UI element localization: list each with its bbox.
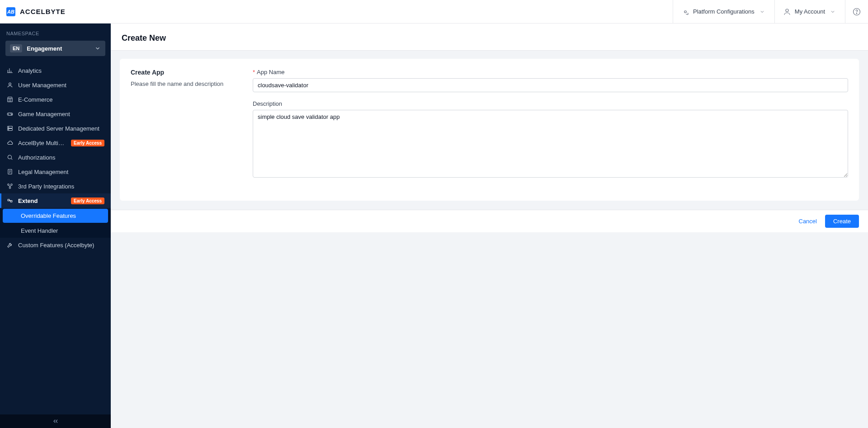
sidebar-item-label: E-Commerce <box>18 96 104 103</box>
sidebar-item-label: User Management <box>18 82 104 89</box>
page-title: Create New <box>111 24 868 51</box>
form-action-bar: Cancel Create <box>111 210 868 232</box>
header-actions: Platform Configurations My Account <box>673 0 868 23</box>
sidebar-item-extend[interactable]: ExtendEarly Access <box>0 193 111 208</box>
early-access-badge: Early Access <box>71 140 104 146</box>
namespace-chip: EN <box>10 44 22 52</box>
top-header: AB ACCELBYTE Platform Configurations My … <box>0 0 868 24</box>
sidebar-item-label: Extend <box>18 198 66 204</box>
svg-point-0 <box>684 10 687 13</box>
namespace-selector[interactable]: EN Engagement <box>5 41 105 56</box>
store-icon <box>6 96 14 103</box>
help-icon <box>853 8 861 16</box>
sidebar-subitem-label: Overridable Features <box>21 212 76 219</box>
app-name-input[interactable] <box>253 78 848 92</box>
section-title: Create App <box>131 69 235 76</box>
extend-icon <box>6 197 14 204</box>
svg-point-3 <box>856 13 857 14</box>
sidebar-subnav: Overridable FeaturesEvent Handler <box>0 209 111 238</box>
sidebar-item-label: 3rd Party Integrations <box>18 183 104 190</box>
svg-rect-5 <box>8 99 13 102</box>
required-star-icon: * <box>253 69 255 75</box>
sidebar-item-accelbyte-multiplaye[interactable]: AccelByte Multiplaye...Early Access <box>0 136 111 150</box>
sidebar-item-user-management[interactable]: User Management <box>0 78 111 92</box>
sidebar-item-e-commerce[interactable]: E-Commerce <box>0 92 111 107</box>
brand-name: ACCELBYTE <box>20 8 66 15</box>
game-icon <box>6 110 14 118</box>
sidebar-subitem-label: Event Handler <box>21 227 58 234</box>
svg-point-4 <box>9 83 11 85</box>
key-icon <box>6 154 14 161</box>
namespace-name: Engagement <box>27 45 90 52</box>
user-icon <box>6 81 14 89</box>
platform-config-menu[interactable]: Platform Configurations <box>673 0 774 23</box>
sidebar-item-legal-management[interactable]: Legal Management <box>0 165 111 179</box>
namespace-heading: NAMESPACE <box>0 24 111 41</box>
integrations-icon <box>6 183 14 190</box>
sidebar-item-label: Game Management <box>18 111 104 118</box>
sidebar-subitem-overridable-features[interactable]: Overridable Features <box>3 209 108 223</box>
app-name-label-text: App Name <box>257 69 284 75</box>
my-account-label: My Account <box>795 8 825 15</box>
sidebar-item-analytics[interactable]: Analytics <box>0 63 111 78</box>
svg-point-17 <box>9 187 11 189</box>
analytics-icon <box>6 67 14 74</box>
sidebar-collapse-toggle[interactable] <box>0 414 111 428</box>
sidebar-item-dedicated-server-management[interactable]: Dedicated Server Management <box>0 121 111 136</box>
svg-point-11 <box>9 127 9 127</box>
sidebar-item-label: AccelByte Multiplaye... <box>18 140 66 146</box>
gear-icon <box>681 8 689 16</box>
sidebar: NAMESPACE EN Engagement AnalyticsUser Ma… <box>0 24 111 428</box>
chevron-double-left-icon <box>52 418 59 425</box>
sidebar-subitem-event-handler[interactable]: Event Handler <box>0 224 111 238</box>
description-label: Description <box>253 100 848 107</box>
platform-config-label: Platform Configurations <box>693 8 755 15</box>
early-access-badge: Early Access <box>71 198 104 204</box>
help-button[interactable] <box>845 0 868 23</box>
sidebar-item-label: Analytics <box>18 67 104 74</box>
sidebar-nav: AnalyticsUser ManagementE-CommerceGame M… <box>0 61 111 414</box>
sidebar-item-label: Authorizations <box>18 154 104 161</box>
cancel-button[interactable]: Cancel <box>799 218 817 225</box>
sidebar-item-custom-features-accelbyte[interactable]: Custom Features (Accelbyte) <box>0 238 111 252</box>
sidebar-item-label: Legal Management <box>18 169 104 175</box>
section-help-text: Please fill the name and description <box>131 80 235 87</box>
cloud-icon <box>6 139 14 146</box>
main-content: Create New Create App Please fill the na… <box>111 24 868 428</box>
brand-logo: AB <box>6 7 15 16</box>
svg-point-8 <box>11 114 12 115</box>
wrench-icon <box>6 241 14 249</box>
sidebar-item-authorizations[interactable]: Authorizations <box>0 150 111 165</box>
sidebar-item-3rd-party-integrations[interactable]: 3rd Party Integrations <box>0 179 111 193</box>
svg-point-12 <box>9 129 9 130</box>
server-icon <box>6 125 14 132</box>
create-app-card: Create App Please fill the name and desc… <box>120 59 859 201</box>
legal-icon <box>6 168 14 175</box>
brand: AB ACCELBYTE <box>0 7 66 16</box>
create-button[interactable]: Create <box>825 215 859 228</box>
user-icon <box>783 8 791 16</box>
sidebar-item-game-management[interactable]: Game Management <box>0 107 111 121</box>
chevron-down-icon <box>94 45 101 52</box>
svg-point-1 <box>786 9 788 12</box>
chevron-down-icon <box>829 8 837 16</box>
app-name-label: *App Name <box>253 69 848 75</box>
svg-point-13 <box>8 155 11 159</box>
my-account-menu[interactable]: My Account <box>774 0 845 23</box>
sidebar-item-label: Dedicated Server Management <box>18 125 104 132</box>
sidebar-item-label: Custom Features (Accelbyte) <box>18 242 104 249</box>
description-textarea[interactable] <box>253 110 848 178</box>
chevron-down-icon <box>758 8 766 16</box>
